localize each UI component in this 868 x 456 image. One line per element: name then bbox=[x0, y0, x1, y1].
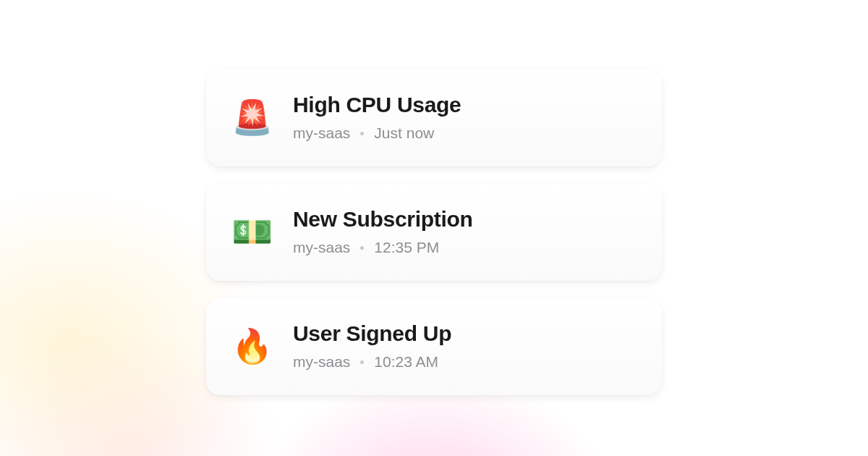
notification-content: High CPU Usage my-saas Just now bbox=[293, 93, 461, 142]
notification-list: 🚨 High CPU Usage my-saas Just now 💵 New … bbox=[206, 69, 662, 395]
notification-title: User Signed Up bbox=[293, 321, 451, 346]
notification-source: my-saas bbox=[293, 239, 350, 256]
notification-card[interactable]: 🚨 High CPU Usage my-saas Just now bbox=[206, 69, 662, 166]
notification-meta: my-saas Just now bbox=[293, 124, 461, 142]
notification-content: User Signed Up my-saas 10:23 AM bbox=[293, 321, 451, 371]
notification-meta: my-saas 12:35 PM bbox=[293, 239, 473, 256]
separator-dot bbox=[360, 132, 364, 135]
separator-dot bbox=[360, 246, 364, 250]
notification-title: New Subscription bbox=[293, 207, 473, 232]
notification-time: Just now bbox=[374, 124, 434, 142]
notification-meta: my-saas 10:23 AM bbox=[293, 353, 451, 371]
notification-source: my-saas bbox=[293, 353, 350, 371]
money-icon: 💵 bbox=[232, 212, 271, 251]
separator-dot bbox=[360, 360, 364, 364]
notification-source: my-saas bbox=[293, 124, 350, 142]
siren-icon: 🚨 bbox=[232, 98, 271, 137]
notification-card[interactable]: 💵 New Subscription my-saas 12:35 PM bbox=[206, 184, 662, 281]
notification-card[interactable]: 🔥 User Signed Up my-saas 10:23 AM bbox=[206, 298, 662, 395]
notification-title: High CPU Usage bbox=[293, 93, 461, 117]
fire-icon: 🔥 bbox=[232, 326, 271, 366]
notification-time: 12:35 PM bbox=[374, 239, 439, 256]
notification-time: 10:23 AM bbox=[374, 353, 438, 371]
notification-content: New Subscription my-saas 12:35 PM bbox=[293, 207, 473, 256]
